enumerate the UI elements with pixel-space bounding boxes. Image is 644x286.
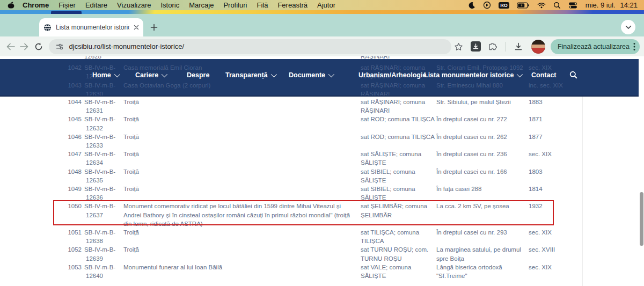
screen-mirroring-icon[interactable] [483,1,491,9]
battery-icon[interactable] [517,2,530,9]
table-row: 1050SB-IV-m-B-12637Monument comemorativ … [0,202,582,228]
new-tab-button[interactable] [149,23,159,32]
cell-addr: În dreptul casei cu nr. 262 [436,133,529,141]
menubar-item[interactable]: Ajutor [312,1,340,9]
nav-item-label: Cariere [135,71,158,79]
site-settings-tune-icon[interactable] [55,42,64,51]
cell-name: Troiță [123,133,362,141]
browser-tab[interactable]: Lista monumentelor istorice | [39,18,143,36]
cell-code: SB-IV-m-B-12631 [84,98,123,115]
chevron-down-icon [328,71,334,77]
chevron-down-icon [625,25,632,30]
nav-item-contact[interactable]: Contact [531,69,557,82]
menubar-item[interactable]: Istoric [156,1,184,9]
menubar-item-chrome[interactable]: Chrome [18,1,54,9]
scrollbar-thumb[interactable] [640,192,643,246]
cell-date: 1814 [529,185,581,193]
cell-code: SB-IV-m-B-12634 [84,150,123,167]
forward-button[interactable] [17,39,31,54]
menubar-item[interactable]: Filă [252,1,273,9]
menubar-clock[interactable]: mie. 9 iul. 14:21 [586,1,638,9]
table-right-border [582,97,583,286]
nav-item-home[interactable]: Home [92,69,119,82]
menubar-item[interactable]: Vizualizare [112,1,156,9]
cell-num: 1043 [0,81,82,90]
tab-title: Lista monumentelor istorice | [56,24,129,31]
spotlight-search-icon[interactable] [553,2,561,9]
desktop-wallpaper [0,10,644,14]
bookmark-star-icon[interactable] [451,39,466,54]
menubar-item[interactable]: Editare [80,1,112,9]
nav-item-transparen-[interactable]: Transparență [225,69,275,82]
table-row: 1049SB-IV-m-B-12636Troițăsat SIBIEL; com… [0,185,582,202]
toolbar-right: Finalizează actualizarea [451,39,644,54]
cell-loc: sat VALE; comunaSĂLIȘTE [361,263,435,280]
cell-code: SB-IV-m-B-12632 [84,115,123,132]
chevron-down-icon [114,71,120,77]
table-row: 1051SB-IV-m-B-12638Troițăsat TILIȘCA; co… [0,228,582,245]
table-row: 1047SB-IV-m-B-12634Troițăsat SĂLIȘTE; co… [0,150,582,167]
menubar-item[interactable]: Profiluri [218,1,252,9]
extension-dark-icon[interactable] [469,39,484,54]
menubar-date: mie. 9 iul. [586,1,616,9]
url-bar[interactable]: djcsibiu.ro/list-monumentelor-istorice/ [49,39,451,54]
profile-avatar[interactable] [531,40,545,54]
menubar-menus: Chrome FișierEditareVizualizareIstoricMa… [0,1,340,9]
cell-name: Troiță [123,98,362,106]
apple-menu[interactable] [8,1,18,9]
downloads-icon[interactable] [511,39,526,54]
cell-code: SB-IV-m-B-12639 [84,245,123,262]
cell-loc: sat SIBIEL; comunaSĂLIȘTE [361,167,435,185]
cell-addr: În dreptul casei cu nr. 166 [436,167,529,176]
update-chrome-button[interactable]: Finalizează actualizarea [551,39,640,54]
extensions-puzzle-icon[interactable] [486,39,501,54]
cell-date: 1803 [529,167,581,176]
keyboard-layout-badge[interactable]: RO [499,2,509,9]
back-button[interactable] [3,39,17,54]
cell-date: sec. XVIII [529,245,581,254]
tab-search-button[interactable] [621,20,635,34]
cell-name: Troiță [123,228,362,237]
nav-item-label: Despre [187,71,209,79]
nav-item-urbanism-arheologie[interactable]: Urbanism/Arheologie [358,69,426,82]
cell-name: Troiță [123,185,362,193]
wifi-icon[interactable] [537,2,546,9]
cell-addr: Str. Eminescu Mihai 880 [436,81,529,90]
toolbar-separator [506,42,506,52]
focus-moon-icon[interactable] [468,2,475,9]
cell-num: 1046 [0,133,82,141]
cell-code: SB-IV-m-B-12633 [84,133,123,150]
chevron-down-icon [517,71,523,77]
site-search-icon[interactable] [569,71,577,81]
cell-loc: sat TILIȘCA; comunaTILIȘCA [361,228,435,245]
webpage: 12628 RĂȘINARI 1042SB-IV-m-B-12629Casa m… [0,56,644,286]
cell-date: 1877 [529,133,581,141]
cell-code: SB-IV-m-B-12635 [84,167,123,185]
tab-close-icon[interactable] [134,25,139,30]
nav-item-despre[interactable]: Despre [187,69,209,82]
chevron-down-icon [162,71,167,77]
update-chrome-label: Finalizează actualizarea [558,43,630,50]
cell-addr: În dreptul casei cu nr. 272 [436,115,529,123]
cell-code: SB-IV-m-B-12636 [84,185,123,202]
nav-item-lista-monumentelor-istorice[interactable]: Lista monumentelor istorice [424,69,521,82]
control-center-icon[interactable] [568,2,578,9]
cell-addr: La marginea satului, pe drumulspre Boița [436,245,529,262]
cell-code: SB-IV-m-B-12638 [84,228,123,245]
cell-addr: În fața casei 288 [436,185,529,193]
cell-date: 1883 [529,98,581,106]
kebab-menu-icon[interactable] [633,42,635,51]
reload-button[interactable] [31,39,45,54]
cell-addr: Lângă biserica ortodoxă"Sf.Treime" [436,263,529,280]
nav-item-documente[interactable]: Documente [289,69,333,82]
menubar-item[interactable]: Fereastră [273,1,312,9]
nav-item-cariere[interactable]: Cariere [135,69,166,82]
cell-date: sec. XIX [529,150,581,158]
cell-num: 1048 [0,167,82,176]
browser-toolbar: djcsibiu.ro/list-monumentelor-istorice/ [0,36,644,56]
menubar-item[interactable]: Fișier [54,1,80,9]
cell-loc: sat RĂȘINARI; comunaRĂȘINARI [361,98,435,115]
menubar-item[interactable]: Marcaje [184,1,218,9]
cell-addr: Str. Sibiului, pe malul Ștezii [436,98,529,106]
cell-name: Monumentul funerar al lui Ioan Băilă [123,263,362,272]
